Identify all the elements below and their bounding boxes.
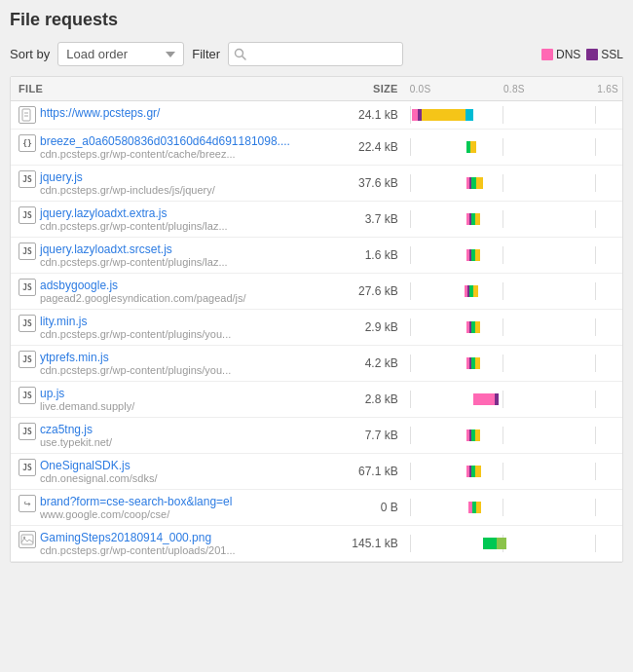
- grid-line: [595, 174, 596, 192]
- filter-input[interactable]: [228, 42, 403, 66]
- grid-line: [410, 282, 411, 300]
- file-link-7[interactable]: ytprefs.min.js: [40, 351, 231, 364]
- svg-rect-2: [22, 109, 30, 121]
- grid-line: [410, 138, 411, 156]
- dns-legend-item: DNS: [541, 48, 580, 61]
- file-link-10[interactable]: OneSignalSDK.js: [40, 459, 157, 472]
- file-cell-9: JS cza5tng.jsuse.typekit.net/: [11, 418, 330, 454]
- table-row: JS jquery.jscdn.pcsteps.gr/wp-includes/j…: [11, 166, 622, 202]
- grid-line: [595, 106, 596, 124]
- file-requests-panel: File requests Sort by Load order Size Du…: [0, 0, 633, 573]
- bar-segment-12-1: [497, 538, 506, 549]
- grid-line: [503, 318, 503, 336]
- legend: DNS SSL: [541, 48, 623, 61]
- bar-segment-12-0: [483, 538, 497, 549]
- grid-line: [595, 499, 596, 516]
- grid-line: [410, 427, 411, 444]
- grid-line: [595, 391, 596, 408]
- table-header-row: FILE SIZE 0.0s 0.8s 1.6s: [11, 77, 622, 101]
- file-cell-7: JS ytprefs.min.jscdn.pcsteps.gr/wp-conte…: [11, 346, 330, 382]
- grid-line: [503, 246, 503, 264]
- file-cell-3: JS jquery.lazyloadxt.extra.jscdn.pcsteps…: [11, 202, 330, 238]
- grid-line: [503, 138, 503, 156]
- grid-line: [595, 318, 596, 336]
- grid-line: [595, 210, 596, 228]
- filter-input-wrapper: [228, 42, 403, 66]
- file-icon-10: JS: [19, 459, 36, 476]
- file-link-2[interactable]: jquery.js: [40, 170, 215, 184]
- file-link-0[interactable]: https://www.pcsteps.gr/: [40, 106, 160, 120]
- bar-segment-10-3: [475, 466, 481, 477]
- file-icon-3: JS: [19, 206, 36, 224]
- page-title: File requests: [10, 10, 623, 30]
- file-url-7: cdn.pcsteps.gr/wp-content/plugins/you...: [40, 364, 231, 376]
- table-row: ↪ brand?form=cse-search-box&lang=elwww.g…: [11, 490, 622, 526]
- file-url-9: use.typekit.net/: [40, 436, 112, 448]
- grid-line: [410, 391, 411, 408]
- size-cell-2: 37.6 kB: [330, 166, 406, 202]
- size-cell-4: 1.6 kB: [330, 238, 406, 274]
- grid-line: [595, 535, 596, 552]
- file-link-12[interactable]: GamingSteps20180914_000.png: [40, 531, 236, 544]
- timeline-cell-0: [406, 101, 622, 130]
- ssl-legend-item: SSL: [586, 48, 623, 61]
- file-link-11[interactable]: brand?form=cse-search-box&lang=el: [40, 495, 232, 508]
- grid-line: [503, 499, 503, 516]
- grid-line: [410, 246, 411, 264]
- file-cell-12: GamingSteps20180914_000.pngcdn.pcsteps.g…: [11, 526, 330, 562]
- file-url-8: live.demand.supply/: [40, 400, 134, 412]
- sort-select[interactable]: Load order Size Duration: [57, 42, 184, 66]
- grid-line: [595, 138, 596, 156]
- grid-line: [595, 355, 596, 372]
- bar-segment-0-2: [422, 109, 465, 121]
- size-cell-9: 7.7 kB: [330, 418, 406, 454]
- size-cell-1: 22.4 kB: [330, 130, 406, 166]
- size-cell-6: 2.9 kB: [330, 310, 406, 346]
- file-link-8[interactable]: up.js: [40, 387, 134, 400]
- timeline-cell-11: [406, 490, 622, 526]
- file-cell-1: {} breeze_a0a60580836d03160d64d691181098…: [11, 130, 330, 166]
- grid-line: [410, 355, 411, 372]
- file-table: FILE SIZE 0.0s 0.8s 1.6s https://www.pcs…: [11, 77, 622, 562]
- file-icon-11: ↪: [19, 495, 36, 512]
- file-icon-4: JS: [19, 243, 36, 260]
- file-link-9[interactable]: cza5tng.js: [40, 423, 112, 436]
- bar-segment-8-0: [473, 393, 495, 405]
- timeline-cell-12: [406, 526, 622, 562]
- ssl-label: SSL: [601, 48, 623, 61]
- grid-line: [595, 427, 596, 444]
- file-url-10: cdn.onesignal.com/sdks/: [40, 472, 157, 484]
- col-timeline: 0.0s 0.8s 1.6s: [406, 77, 622, 101]
- bar-segment-11-2: [476, 502, 481, 513]
- size-cell-7: 4.2 kB: [330, 346, 406, 382]
- file-cell-11: ↪ brand?form=cse-search-box&lang=elwww.g…: [11, 490, 330, 526]
- file-icon-5: JS: [19, 279, 36, 296]
- file-link-4[interactable]: jquery.lazyloadxt.srcset.js: [40, 243, 228, 256]
- grid-line: [503, 174, 503, 192]
- grid-line: [410, 535, 411, 552]
- file-cell-10: JS OneSignalSDK.jscdn.onesignal.com/sdks…: [11, 454, 330, 490]
- file-link-5[interactable]: adsbygoogle.js: [40, 279, 246, 292]
- file-url-4: cdn.pcsteps.gr/wp-content/plugins/laz...: [40, 256, 228, 268]
- file-url-2: cdn.pcsteps.gr/wp-includes/js/jquery/: [40, 184, 215, 196]
- grid-line: [410, 106, 411, 124]
- size-cell-12: 145.1 kB: [330, 526, 406, 562]
- size-cell-5: 27.6 kB: [330, 274, 406, 310]
- table-body: https://www.pcsteps.gr/ 24.1 kB {} breez…: [11, 101, 622, 562]
- grid-line: [410, 499, 411, 516]
- file-link-6[interactable]: lity.min.js: [40, 315, 231, 328]
- grid-line: [595, 282, 596, 300]
- size-cell-8: 2.8 kB: [330, 382, 406, 418]
- timeline-cell-7: [406, 346, 622, 382]
- file-link-3[interactable]: jquery.lazyloadxt.extra.js: [40, 206, 228, 220]
- table-row: JS jquery.lazyloadxt.extra.jscdn.pcsteps…: [11, 202, 622, 238]
- size-cell-0: 24.1 kB: [330, 101, 406, 130]
- ssl-color-box: [586, 49, 598, 60]
- grid-line: [410, 210, 411, 228]
- table-row: JS ytprefs.min.jscdn.pcsteps.gr/wp-conte…: [11, 346, 622, 382]
- file-url-12: cdn.pcsteps.gr/wp-content/uploads/201...: [40, 544, 236, 556]
- file-link-1[interactable]: breeze_a0a60580836d03160d64d691181098...…: [40, 134, 290, 148]
- timeline-cell-3: [406, 202, 622, 238]
- toolbar: Sort by Load order Size Duration Filter …: [10, 42, 623, 66]
- table-row: JS cza5tng.jsuse.typekit.net/ 7.7 kB: [11, 418, 622, 454]
